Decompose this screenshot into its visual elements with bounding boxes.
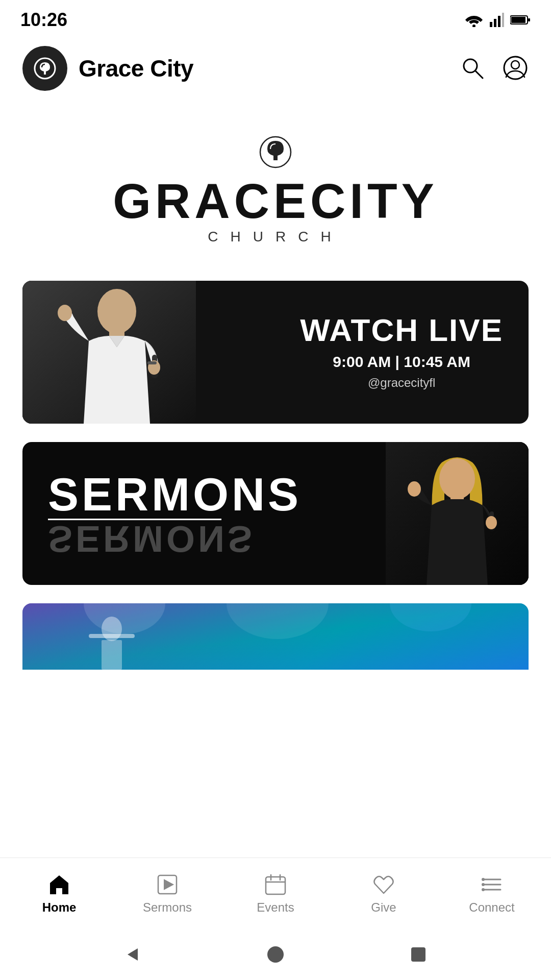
svg-point-49 (267, 946, 284, 963)
svg-point-34 (102, 617, 122, 641)
recents-icon (408, 944, 429, 965)
svg-rect-50 (411, 947, 425, 962)
wifi-icon (464, 13, 484, 27)
status-icons (464, 13, 531, 27)
svg-rect-4 (502, 13, 504, 27)
svg-rect-1 (490, 22, 492, 27)
back-icon (122, 944, 143, 965)
header-brand: Grace City (22, 46, 193, 91)
nav-item-connect[interactable]: Connect (438, 873, 546, 915)
nav-home-label: Home (42, 900, 77, 915)
events-icon (264, 873, 287, 896)
nav-item-sermons[interactable]: Sermons (113, 873, 221, 915)
cards-section: WATCH LIVE 9:00 AM | 10:45 AM @gracecity… (0, 281, 551, 670)
svg-rect-21 (147, 361, 157, 364)
search-icon (459, 55, 486, 81)
android-home-icon (265, 944, 286, 965)
signal-icon (490, 13, 504, 27)
nav-connect-label: Connect (469, 900, 514, 915)
sermons-card[interactable]: SERMONS SERMONS (22, 442, 529, 585)
svg-point-28 (486, 516, 497, 529)
svg-point-47 (482, 889, 484, 891)
nav-item-home[interactable]: Home (5, 873, 113, 915)
watch-live-card[interactable]: WATCH LIVE 9:00 AM | 10:45 AM @gracecity… (22, 281, 529, 424)
svg-rect-38 (266, 877, 285, 894)
svg-point-25 (408, 481, 421, 497)
svg-point-45 (482, 878, 484, 880)
watch-live-title: WATCH LIVE (300, 314, 503, 346)
watch-live-person-image (22, 281, 196, 424)
svg-point-11 (504, 57, 527, 79)
android-back-button[interactable] (119, 941, 146, 968)
sermons-icon (156, 873, 179, 896)
sermons-title: SERMONS (48, 472, 302, 518)
give-icon (372, 873, 395, 896)
logo-icon (32, 55, 58, 82)
partial-card-overlay (22, 603, 529, 670)
android-recents-button[interactable] (405, 941, 432, 968)
hero-brand-section: GRACECITY CHURCH (0, 101, 551, 281)
svg-point-23 (439, 458, 475, 499)
svg-point-17 (58, 305, 72, 321)
brand-name: GRACECITY (113, 177, 438, 226)
watch-live-times: 9:00 AM | 10:45 AM (300, 353, 503, 371)
status-time: 10:26 (20, 9, 67, 31)
profile-icon (502, 55, 529, 81)
partial-card[interactable] (22, 603, 529, 670)
svg-line-10 (475, 71, 483, 78)
home-icon (47, 873, 71, 896)
android-nav-bar (0, 929, 551, 980)
watch-live-content: WATCH LIVE 9:00 AM | 10:45 AM @gracecity… (300, 314, 503, 390)
worship-scene (22, 603, 529, 670)
nav-item-give[interactable]: Give (330, 873, 438, 915)
brand-subtitle: CHURCH (208, 229, 343, 245)
svg-point-15 (97, 289, 136, 334)
sermons-person-image (386, 442, 529, 585)
svg-rect-3 (498, 16, 500, 27)
sermon-speaker-figure (386, 442, 529, 585)
nav-item-events[interactable]: Events (221, 873, 330, 915)
sermons-reflect: SERMONS (48, 522, 255, 555)
svg-rect-6 (511, 17, 525, 23)
svg-marker-37 (164, 880, 173, 889)
svg-point-46 (482, 884, 484, 886)
app-name: Grace City (79, 55, 193, 82)
svg-point-0 (472, 24, 475, 27)
hero-logo-icon (255, 132, 296, 173)
header-actions (459, 55, 529, 83)
svg-rect-7 (528, 18, 530, 21)
battery-icon (510, 14, 531, 26)
svg-rect-35 (102, 640, 122, 670)
watch-live-handle: @gracecityfl (300, 376, 503, 390)
search-button[interactable] (459, 55, 486, 83)
nav-sermons-label: Sermons (143, 900, 192, 915)
svg-marker-48 (128, 948, 138, 961)
sermons-text-block: SERMONS SERMONS (48, 472, 302, 555)
android-home-button[interactable] (262, 941, 289, 968)
preacher-figure (22, 281, 196, 424)
svg-point-12 (511, 61, 519, 69)
app-logo-circle[interactable] (22, 46, 67, 91)
connect-icon (480, 873, 504, 896)
status-bar: 10:26 (0, 0, 551, 36)
nav-events-label: Events (257, 900, 294, 915)
svg-rect-2 (494, 19, 496, 27)
bottom-navigation: Home Sermons Events Give (0, 857, 551, 929)
profile-button[interactable] (502, 55, 529, 83)
nav-give-label: Give (371, 900, 396, 915)
app-header: Grace City (0, 36, 551, 101)
